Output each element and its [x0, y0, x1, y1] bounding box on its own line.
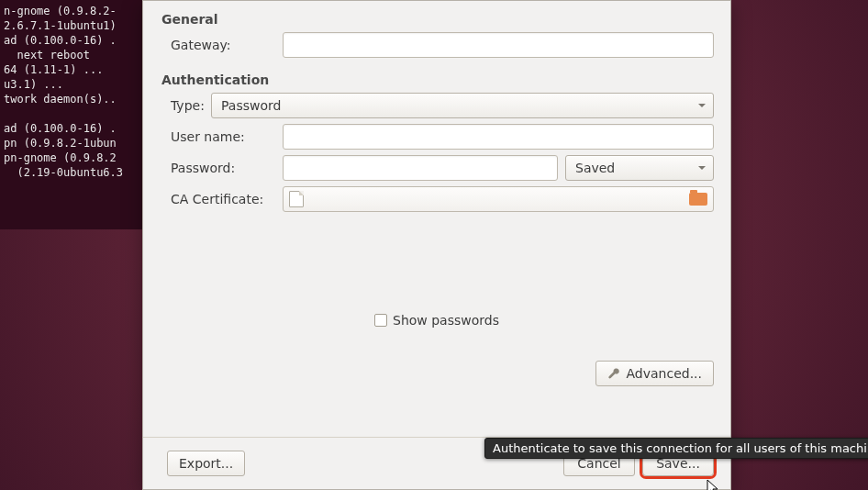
- username-input[interactable]: [283, 124, 714, 150]
- auth-type-combo[interactable]: Password: [211, 93, 714, 118]
- gateway-input[interactable]: [283, 32, 714, 58]
- mouse-cursor-icon: [707, 479, 721, 490]
- password-input[interactable]: [283, 155, 558, 181]
- password-label: Password:: [171, 161, 283, 175]
- chevron-down-icon: [698, 166, 706, 170]
- password-store-value: Saved: [575, 161, 615, 175]
- wrench-icon: [607, 367, 620, 380]
- folder-open-icon: [689, 193, 707, 206]
- export-label: Export...: [179, 456, 233, 471]
- row-gateway: Gateway:: [160, 32, 714, 58]
- cacert-label: CA Certificate:: [171, 192, 283, 206]
- row-cacert: CA Certificate:: [160, 186, 714, 212]
- show-passwords-label: Show passwords: [393, 313, 499, 328]
- row-username: User name:: [160, 124, 714, 150]
- row-advanced: Advanced...: [160, 361, 714, 386]
- export-button[interactable]: Export...: [167, 451, 245, 476]
- username-label: User name:: [171, 129, 283, 144]
- tooltip: Authenticate to save this connection for…: [484, 438, 868, 459]
- row-type: Type: Password: [160, 93, 714, 118]
- gateway-label: Gateway:: [171, 38, 283, 52]
- terminal-fragment: n-gnome (0.9.8.2- 2.6.7.1-1ubuntu1) ad (…: [0, 0, 149, 229]
- section-title-auth: Authentication: [161, 72, 714, 87]
- file-icon: [289, 191, 304, 207]
- cacert-filechooser[interactable]: [283, 186, 714, 212]
- chevron-down-icon: [698, 104, 706, 107]
- auth-type-value: Password: [221, 98, 281, 113]
- show-passwords-checkbox[interactable]: [374, 314, 387, 327]
- row-show-passwords: Show passwords: [160, 313, 714, 328]
- advanced-label: Advanced...: [626, 366, 702, 381]
- dialog-body: General Gateway: Authentication Type: Pa…: [143, 1, 730, 437]
- section-title-general: General: [161, 12, 714, 27]
- vpn-settings-dialog: General Gateway: Authentication Type: Pa…: [142, 0, 731, 490]
- advanced-button[interactable]: Advanced...: [595, 361, 714, 386]
- type-label: Type:: [171, 98, 211, 113]
- password-store-combo[interactable]: Saved: [565, 155, 714, 181]
- row-password: Password: Saved: [160, 155, 714, 181]
